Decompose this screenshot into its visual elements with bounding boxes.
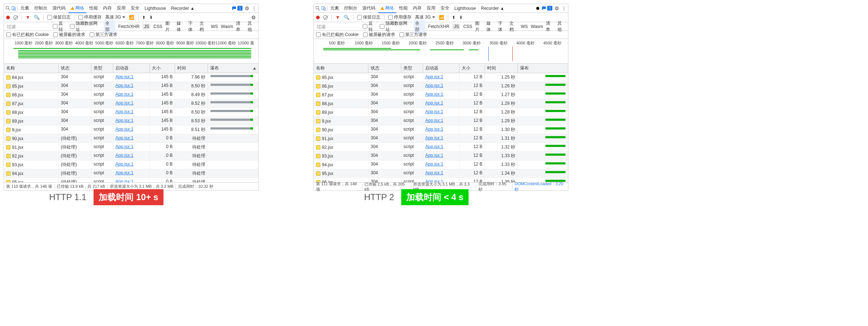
initiator-link[interactable]: App.jsx:1 [115, 179, 133, 182]
initiator-link[interactable]: App.jsx:1 [115, 127, 133, 132]
filter-img[interactable]: 图片 [475, 20, 484, 33]
table-row[interactable]: 93.jsx(待处理)scriptApp.jsx:10 B待处理 [4, 160, 258, 169]
tab-performance[interactable]: 性能 [397, 4, 410, 13]
initiator-link[interactable]: App.jsx:1 [425, 109, 443, 114]
table-row[interactable]: 91.jsx(待处理)scriptApp.jsx:10 B待处理 [4, 143, 258, 152]
filter-fetchxhr[interactable]: Fetch/XHR [118, 24, 140, 29]
device-icon[interactable] [321, 6, 326, 11]
preserve-log-checkbox[interactable]: 保留日志 [47, 14, 71, 20]
filter-font[interactable]: 字体 [188, 20, 197, 33]
col-name[interactable]: 名称 [314, 64, 368, 73]
filter-all[interactable]: 全部 [104, 20, 115, 33]
disable-cache-checkbox[interactable]: 停用缓存 [388, 14, 411, 20]
col-waterfall[interactable]: 瀑布 [208, 64, 258, 73]
initiator-link[interactable]: App.jsx:1 [425, 162, 443, 167]
col-size[interactable]: 大小 [459, 64, 485, 73]
tab-elements[interactable]: 元素 [328, 4, 341, 13]
initiator-link[interactable]: App.jsx:1 [425, 144, 443, 149]
table-row[interactable]: 9.jsx304scriptApp.jsx:1145 B8.51 秒 [4, 126, 258, 134]
initiator-link[interactable]: App.jsx:1 [115, 109, 133, 114]
col-waterfall[interactable]: 瀑布 [518, 64, 568, 73]
timeline-overview[interactable]: 500 毫秒1000 毫秒1500 毫秒2000 毫秒2500 毫秒3000 毫… [314, 39, 568, 64]
panel-gear-icon[interactable]: ⚙ [251, 15, 256, 20]
table-row[interactable]: 87.jsx304scriptApp.jsx:1145 B8.52 秒 [4, 99, 258, 108]
hide-data-checkbox[interactable]: 隐藏数据网址 [70, 20, 101, 33]
col-type[interactable]: 类型 [91, 64, 113, 73]
tab-sources[interactable]: 源代码 [360, 4, 378, 13]
filter-media[interactable]: 媒体 [486, 20, 495, 33]
invert-checkbox[interactable]: 反转 [363, 20, 377, 33]
col-size[interactable]: 大小 [150, 64, 175, 73]
initiator-link[interactable]: App.jsx:1 [425, 92, 443, 97]
filter-input[interactable] [6, 24, 50, 29]
preserve-log-checkbox[interactable]: 保留日志 [357, 14, 380, 20]
table-row[interactable]: 9.jsx304scriptApp.jsx:112 B1.29 秒 [314, 117, 568, 126]
blocked-cookies-checkbox[interactable]: 有已拦截的 Cookie [6, 32, 49, 38]
inspect-icon[interactable] [5, 6, 11, 11]
table-row[interactable]: 84.jsx304scriptApp.jsx:1145 B7.96 秒 [4, 73, 258, 82]
blocked-requests-checkbox[interactable]: 被屏蔽的请求 [363, 32, 395, 38]
record-icon[interactable] [6, 16, 10, 19]
throttle-select[interactable]: 高速 3G [105, 14, 125, 20]
initiator-link[interactable]: App.jsx:1 [425, 170, 443, 175]
table-row[interactable]: 95.jsx304scriptApp.jsx:112 B1.34 秒 [314, 169, 568, 178]
third-party-checkbox[interactable]: 第三方请求 [90, 32, 117, 38]
throttle-select[interactable]: 高速 3G [415, 14, 435, 20]
filter-icon[interactable]: ▼ [335, 15, 340, 20]
filter-fetchxhr[interactable]: Fetch/XHR [428, 24, 450, 29]
col-status[interactable]: 状态 [368, 64, 401, 73]
tab-console[interactable]: 控制台 [32, 4, 50, 13]
table-row[interactable]: 89.jsx304scriptApp.jsx:1145 B8.53 秒 [4, 117, 258, 126]
table-row[interactable]: 88.jsx304scriptApp.jsx:112 B1.28 秒 [314, 99, 568, 108]
initiator-link[interactable]: App.jsx:1 [425, 135, 443, 140]
blocked-requests-checkbox[interactable]: 被屏蔽的请求 [53, 32, 85, 38]
initiator-link[interactable]: App.jsx:1 [425, 153, 443, 158]
col-time[interactable]: 时间 [175, 64, 208, 73]
table-row[interactable]: 86.jsx304scriptApp.jsx:1145 B8.49 秒 [4, 91, 258, 99]
filter-img[interactable]: 图片 [165, 20, 174, 33]
initiator-link[interactable]: App.jsx:1 [115, 118, 133, 123]
tab-lighthouse[interactable]: Lighthouse [452, 4, 478, 12]
tab-memory[interactable]: 内存 [101, 4, 114, 13]
third-party-checkbox[interactable]: 第三方请求 [399, 32, 427, 38]
filter-js[interactable]: JS [142, 24, 150, 29]
table-row[interactable]: 91.jsx304scriptApp.jsx:112 B1.31 秒 [314, 134, 568, 143]
initiator-link[interactable]: App.jsx:1 [425, 74, 443, 79]
filter-manifest[interactable]: 清单 [546, 20, 554, 33]
table-row[interactable]: 89.jsx304scriptApp.jsx:112 B1.28 秒 [314, 108, 568, 117]
tab-application[interactable]: 应用 [115, 4, 128, 13]
inspect-icon[interactable] [315, 6, 320, 11]
table-row[interactable]: 92.jsx(待处理)scriptApp.jsx:10 B待处理 [4, 152, 258, 160]
initiator-link[interactable]: App.jsx:1 [115, 162, 133, 167]
filter-icon[interactable]: ▼ [25, 15, 30, 20]
tab-application[interactable]: 应用 [425, 4, 438, 13]
table-row[interactable]: 94.jsx304scriptApp.jsx:112 B1.33 秒 [314, 160, 568, 169]
comments-badge[interactable]: 1 [232, 6, 242, 11]
more-icon[interactable]: ⋮ [252, 5, 257, 11]
table-row[interactable]: 92.jsx304scriptApp.jsx:112 B1.32 秒 [314, 143, 568, 152]
download-icon[interactable]: ⬇ [149, 15, 153, 20]
tab-recorder[interactable]: Recorder ▲ [169, 4, 197, 12]
upload-icon[interactable]: ⬆ [142, 15, 146, 20]
filter-doc[interactable]: 文档 [200, 20, 208, 33]
initiator-link[interactable]: App.jsx:1 [115, 83, 133, 88]
initiator-link[interactable]: App.jsx:1 [425, 118, 443, 123]
clear-icon[interactable] [13, 15, 18, 20]
initiator-link[interactable]: App.jsx:1 [425, 100, 443, 106]
filter-css[interactable]: CSS [463, 24, 472, 29]
initiator-link[interactable]: App.jsx:1 [115, 135, 133, 140]
more-icon[interactable]: ⋮ [561, 5, 567, 11]
table-row[interactable]: 94.jsx(待处理)scriptApp.jsx:10 B待处理 [4, 169, 258, 178]
invert-checkbox[interactable]: 反转 [53, 20, 67, 33]
initiator-link[interactable]: App.jsx:1 [115, 144, 133, 149]
filter-other[interactable]: 其他 [557, 20, 566, 33]
search-icon[interactable]: 🔍 [34, 15, 40, 20]
filter-input[interactable] [316, 24, 360, 29]
network-conditions-icon[interactable]: 📶 [439, 15, 444, 20]
device-icon[interactable] [11, 6, 16, 11]
filter-font[interactable]: 字体 [498, 20, 506, 33]
col-time[interactable]: 时间 [485, 64, 518, 73]
table-row[interactable]: 87.jsx304scriptApp.jsx:112 B1.27 秒 [314, 91, 568, 99]
filter-media[interactable]: 媒体 [177, 20, 185, 33]
hide-data-checkbox[interactable]: 隐藏数据网址 [380, 20, 411, 33]
